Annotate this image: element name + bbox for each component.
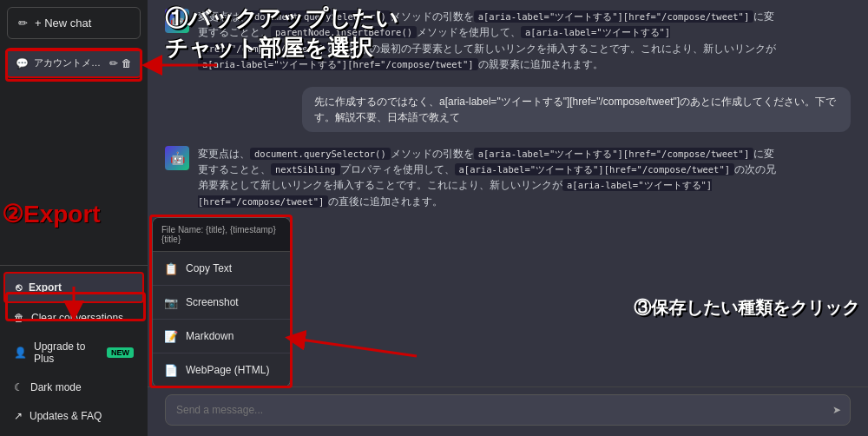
assistant-avatar: 🤖 [165,9,189,33]
new-chat-label: + New chat [35,17,91,30]
dark-mode-button[interactable]: ☾ Dark mode [3,373,144,401]
chat-item-account[interactable]: 💬 アカウントメニューにリンク ✏ 🗑 [5,48,142,78]
assistant-avatar-2: 🤖 [165,146,189,170]
upgrade-button[interactable]: 👤 Upgrade to Plus NEW [3,333,144,373]
popup-header: File Name: {title}, {timestamp} {title} [153,218,290,252]
user-bubble-1: 先に作成するのではなく、a[aria-label="ツイートする"][href=… [302,87,851,132]
chat-input[interactable] [176,404,815,416]
message-block-1: 🤖 変更点は、document.querySelector()メソッドの引数をa… [165,9,851,73]
export-label: Export [29,281,62,294]
chat-item-actions: ✏ 🗑 [109,57,132,69]
chat-item-content: 💬 アカウントメニューにリンク [16,56,109,69]
markdown-icon: 📝 [163,328,179,344]
assistant-content-2: 変更点は、document.querySelector()メソッドの引数をa[a… [198,146,781,210]
webpage-label: WebPage (HTML) [186,364,269,376]
markdown-label: Markdown [186,330,233,342]
export-button[interactable]: ⎋ Export [3,272,144,303]
step2-text: ②Export [2,201,101,228]
chat-icon: 💬 [16,57,29,69]
user-message-1: 先に作成するのではなく、a[aria-label="ツイートする"][href=… [165,87,851,132]
popup-title-label: {title} [161,235,281,244]
upgrade-label: Upgrade to Plus [34,340,100,365]
send-button[interactable]: ➤ [832,404,841,416]
copy-text-button[interactable]: 📋 Copy Text [153,252,290,286]
copy-text-label: Copy Text [186,262,232,274]
chat-list: 💬 アカウントメニューにリンク ✏ 🗑 [0,46,148,265]
delete-icon[interactable]: 🗑 [122,57,132,69]
screenshot-label: Screenshot [186,296,239,308]
chat-input-area: ➤ [148,386,868,436]
copy-icon: 📋 [163,261,179,276]
clear-label: Clear conversations [31,312,123,324]
assistant-message-1: 🤖 変更点は、document.querySelector()メソッドの引数をa… [165,9,851,73]
user-icon: 👤 [14,347,27,359]
new-badge: NEW [107,347,134,358]
app-container: ✏ + New chat 💬 アカウントメニューにリンク ✏ 🗑 ⎋ Expor… [0,0,868,436]
message-block-3: 🤖 変更点は、document.querySelector()メソッドの引数をa… [165,146,851,210]
chat-input-container: ➤ [165,394,851,426]
plus-icon: ✏ [18,17,28,30]
annotation-step2: ②Export [2,200,101,228]
clear-icon: 🗑 [14,312,24,324]
markdown-button[interactable]: 📝 Markdown [153,320,290,353]
annotation-step3: ③保存したい種類をクリック [634,295,859,320]
step3-text: ③保存したい種類をクリック [634,298,859,317]
webpage-icon: 📄 [163,362,179,378]
webpage-html-button[interactable]: 📄 WebPage (HTML) [153,353,290,386]
sidebar-bottom: ⎋ Export 🗑 Clear conversations 👤 Upgrade… [0,265,148,436]
screenshot-button[interactable]: 📷 Screenshot [153,286,290,320]
screenshot-icon: 📷 [163,294,179,310]
moon-icon: ☾ [14,381,23,393]
external-link-icon: ↗ [14,410,23,422]
new-chat-button[interactable]: ✏ + New chat [7,7,141,39]
edit-icon[interactable]: ✏ [109,57,118,69]
message-block-2: 先に作成するのではなく、a[aria-label="ツイートする"][href=… [165,87,851,132]
clear-conversations-button[interactable]: 🗑 Clear conversations [3,304,144,332]
updates-label: Updates & FAQ [30,410,102,422]
updates-faq-button[interactable]: ↗ Updates & FAQ [3,402,144,430]
export-popup: File Name: {title}, {timestamp} {title} … [152,217,291,387]
dark-mode-label: Dark mode [30,381,82,393]
chat-item-label: アカウントメニューにリンク [34,56,109,69]
assistant-message-2: 🤖 変更点は、document.querySelector()メソッドの引数をa… [165,146,851,210]
popup-filename-label: File Name: {title}, {timestamp} [161,225,281,235]
export-icon: ⎋ [16,281,22,294]
assistant-content-1: 変更点は、document.querySelector()メソッドの引数をa[a… [198,9,781,73]
